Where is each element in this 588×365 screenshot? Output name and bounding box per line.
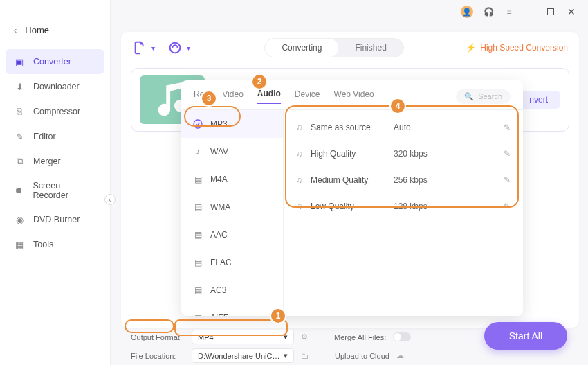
format-item-flac[interactable]: ▤FLAC — [181, 249, 283, 276]
sidebar-item-compressor[interactable]: ⎘Compressor — [0, 99, 110, 124]
add-url-plus-icon: ▾ — [187, 44, 190, 52]
sidebar-item-merger[interactable]: ⧉Merger — [0, 149, 110, 174]
search-placeholder: Search — [478, 92, 502, 100]
format-icon: ▤ — [192, 229, 203, 240]
high-speed-toggle[interactable]: ⚡ High Speed Conversion — [466, 43, 568, 53]
add-url-icon[interactable] — [167, 40, 183, 55]
output-format-label: Output Format: — [131, 333, 185, 341]
format-label: AIFF — [210, 313, 228, 316]
settings-icon[interactable]: ⚙ — [301, 332, 308, 341]
format-item-mp3[interactable]: MP3 — [181, 110, 283, 138]
sidebar-item-label: Merger — [33, 157, 61, 166]
quality-name: Low Quality — [311, 202, 394, 211]
home-label: Home — [25, 25, 49, 35]
format-icon: ▤ — [192, 202, 203, 213]
add-file-icon[interactable] — [132, 40, 147, 55]
quality-item[interactable]: ♫High Quality320 kbps✎ — [286, 141, 520, 167]
sidebar-item-converter[interactable]: ▣Converter — [6, 49, 104, 74]
edit-icon[interactable]: ✎ — [504, 123, 511, 132]
format-item-wav[interactable]: ♪WAV — [181, 138, 283, 166]
sidebar-icon: ▣ — [14, 56, 25, 67]
sidebar-icon: ▦ — [14, 239, 25, 250]
step-badge-4: 4 — [391, 99, 405, 113]
file-location-label: File Location: — [131, 352, 185, 360]
bolt-icon: ⚡ — [466, 43, 476, 53]
sidebar-item-label: Tools — [33, 240, 53, 249]
file-location-value: D:\Wondershare UniConverter 1 — [198, 352, 281, 360]
chevron-left-icon: ‹ — [14, 25, 17, 35]
format-item-aac[interactable]: ▤AAC — [181, 221, 283, 249]
convert-item-button[interactable]: nvert — [517, 91, 560, 109]
sidebar-item-downloader[interactable]: ⬇Downloader — [0, 74, 110, 99]
format-label: WAV — [210, 147, 228, 157]
chevron-down-icon: ▾ — [284, 351, 288, 360]
pop-tab-video[interactable]: Video — [222, 89, 243, 103]
sidebar-item-label: Screen Recorder — [33, 181, 97, 200]
quality-rate: 320 kbps — [394, 149, 504, 159]
tab-converting[interactable]: Converting — [265, 39, 338, 57]
sidebar-item-label: Compressor — [33, 107, 80, 116]
music-icon: ♫ — [296, 123, 302, 132]
add-file-plus-icon: ▾ — [151, 44, 155, 52]
window-maximize-button[interactable] — [545, 6, 556, 17]
format-item-aiff[interactable]: ▤AIFF — [181, 304, 283, 316]
output-format-select[interactable]: MP4 ▾ — [192, 330, 294, 344]
quality-item[interactable]: ♫Medium Quality256 kbps✎ — [286, 167, 520, 193]
quality-rate: Auto — [394, 123, 504, 132]
format-icon: ▤ — [192, 285, 203, 296]
sidebar-icon: ✎ — [14, 131, 25, 142]
step-badge-3: 3 — [202, 91, 216, 105]
hamburger-icon[interactable]: ≡ — [504, 6, 515, 17]
quality-name: High Quality — [311, 149, 394, 159]
sidebar-collapse-button[interactable]: ‹ — [104, 194, 116, 205]
home-nav[interactable]: ‹ Home — [0, 19, 110, 41]
sidebar-item-label: Downloader — [33, 82, 80, 91]
start-all-button[interactable]: Start All — [484, 322, 567, 350]
format-item-wma[interactable]: ▤WMA — [181, 193, 283, 221]
format-label: WMA — [210, 202, 230, 212]
format-icon — [192, 118, 203, 130]
quality-rate: 256 kbps — [394, 175, 504, 185]
merge-files-toggle[interactable] — [393, 332, 411, 341]
tab-finished[interactable]: Finished — [338, 39, 403, 57]
step-badge-2: 2 — [252, 75, 266, 89]
format-popover: Rec Video Audio Device Web Video 🔍 Searc… — [181, 80, 523, 316]
sidebar-icon: ⎘ — [14, 106, 25, 117]
pop-tab-audio[interactable]: Audio — [257, 89, 281, 104]
format-label: M4A — [210, 175, 228, 184]
edit-icon[interactable]: ✎ — [504, 202, 511, 211]
window-minimize-button[interactable] — [524, 6, 535, 17]
format-label: AC3 — [210, 285, 226, 295]
format-item-m4a[interactable]: ▤M4A — [181, 166, 283, 193]
pop-tab-web[interactable]: Web Video — [334, 89, 374, 103]
sidebar-item-editor[interactable]: ✎Editor — [0, 124, 110, 149]
music-icon: ♫ — [296, 175, 302, 185]
headset-icon[interactable]: 🎧 — [483, 6, 494, 17]
sidebar-item-screen-recorder[interactable]: ⏺Screen Recorder — [0, 174, 110, 207]
sidebar-item-dvd-burner[interactable]: ◉DVD Burner — [0, 207, 110, 232]
file-location-select[interactable]: D:\Wondershare UniConverter 1 ▾ — [192, 348, 294, 363]
quality-item[interactable]: ♫Same as sourceAuto✎ — [286, 114, 520, 141]
cloud-icon[interactable]: ☁ — [396, 351, 404, 360]
sidebar-icon: ◉ — [14, 214, 25, 225]
format-search[interactable]: 🔍 Search — [456, 89, 511, 104]
folder-icon[interactable]: 🗀 — [301, 352, 309, 360]
sidebar-icon: ⧉ — [14, 156, 25, 167]
format-label: AAC — [210, 230, 228, 240]
sidebar-item-tools[interactable]: ▦Tools — [0, 232, 110, 257]
search-icon: 🔍 — [464, 92, 474, 101]
status-segmented: Converting Finished — [264, 38, 403, 57]
sidebar-item-label: DVD Burner — [33, 215, 80, 224]
sidebar-icon: ⏺ — [14, 185, 25, 196]
quality-name: Same as source — [311, 123, 394, 132]
format-item-ac3[interactable]: ▤AC3 — [181, 276, 283, 304]
edit-icon[interactable]: ✎ — [504, 149, 511, 159]
quality-item[interactable]: ♫Low Quality128 kbps✎ — [286, 193, 520, 220]
window-close-button[interactable]: ✕ — [566, 6, 577, 17]
format-icon: ▤ — [192, 257, 203, 268]
user-avatar[interactable]: 👤 — [461, 6, 473, 18]
sidebar-item-label: Converter — [33, 57, 71, 66]
edit-icon[interactable]: ✎ — [504, 175, 511, 185]
svg-point-0 — [170, 43, 181, 53]
pop-tab-device[interactable]: Device — [295, 89, 320, 103]
